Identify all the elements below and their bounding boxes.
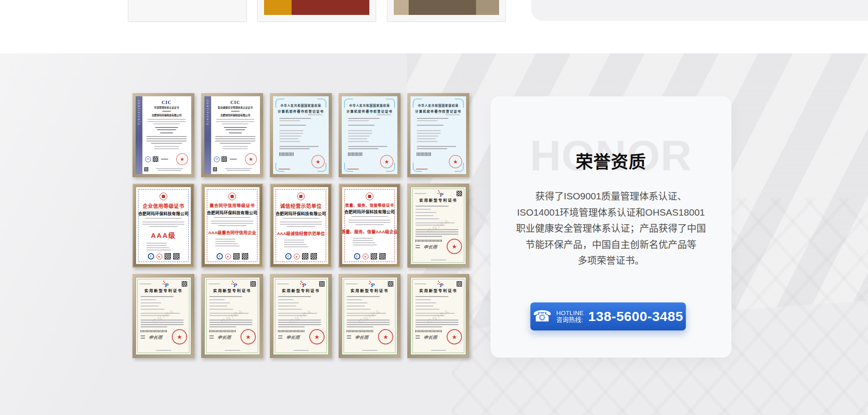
certificate-patent[interactable]: P 实用新型专利证书 CNIPA 申长雨 ★ xyxy=(270,274,332,358)
certificate-patent[interactable]: P 实用新型专利证书 CNIPA 申长雨 ★ xyxy=(407,184,469,268)
certificate-body-lines xyxy=(417,118,460,156)
qr-code xyxy=(457,281,462,287)
description-line: 获得了ISO9001质量管理体系认证、 xyxy=(498,188,724,204)
award-grade: 质量、服务、信誉AAA级企业 xyxy=(342,228,397,235)
company-name: 合肥珂玛环保科技有限公司 xyxy=(213,113,258,117)
certificate-honor[interactable]: 诚信经营示范单位 合肥珂玛环保科技有限公司 AAA级诚信经营示范单位 C ★ xyxy=(270,184,332,268)
cnipa-logo: P xyxy=(369,281,377,287)
certificate-title: 实用新型专利证书 xyxy=(411,197,466,203)
description-line: 职业健康安全管理体系认证；产品获得了中国 xyxy=(498,220,724,236)
honor-panel: HONOR 荣誉资质 获得了ISO9001质量管理体系认证、 ISO14001环… xyxy=(491,96,731,358)
truck-worksite-photo xyxy=(264,0,369,15)
qr-code xyxy=(233,253,240,259)
certificate-logos: CIC ★ xyxy=(144,153,189,166)
qr-code xyxy=(222,156,227,162)
project-photo-card[interactable] xyxy=(387,0,506,22)
red-seal: ★ xyxy=(378,329,393,344)
certificate-title: 实用新型专利证书 xyxy=(136,288,191,293)
cnipa-logo: P xyxy=(300,281,308,287)
certificate-honor[interactable]: 企业信用等级证书 合肥珂玛环保科技有限公司 AAA级 C ★ xyxy=(132,184,194,268)
certificate-title: 实用新型专利证书 xyxy=(342,288,397,293)
cic-logo: CIC xyxy=(213,100,258,105)
qr-code xyxy=(319,281,325,287)
certificate-logos: C ★ xyxy=(354,253,386,260)
red-seal: ★ xyxy=(447,329,462,344)
credit-emblem xyxy=(228,193,236,200)
red-seal: ★ xyxy=(172,329,187,344)
section-title: 荣誉资质 xyxy=(491,151,731,172)
company-name: 合肥珂玛环保科技有限公司 xyxy=(344,209,395,215)
description-line: ISO14001环境管理体系认证和OHSAS18001 xyxy=(498,204,724,221)
credit-emblem xyxy=(160,193,167,200)
honor-section: CERTIFICATE CIC 环境管理体系认证证书 合肥珂玛环保科技有限公司 … xyxy=(0,53,868,415)
certificate-title: 重合同守信用等级证书 xyxy=(209,202,255,208)
certificate-honor[interactable]: 质量、服务、信誉等级证书 合肥珂玛环保科技有限公司 质量、服务、信誉AAA级企业… xyxy=(339,184,401,268)
page: CERTIFICATE CIC 环境管理体系认证证书 合肥珂玛环保科技有限公司 … xyxy=(0,0,868,415)
qr-code xyxy=(388,281,393,287)
award-grade: AAA级 xyxy=(151,230,176,240)
qr-code xyxy=(250,281,256,287)
certificate-honor[interactable]: 重合同守信用等级证书 合肥珂玛环保科技有限公司 AAA级重合同守信用企业 C ★ xyxy=(201,184,263,268)
qr-code xyxy=(379,253,386,259)
qr-code xyxy=(311,253,317,259)
excavation-site-photo xyxy=(135,0,240,15)
hotline-button[interactable]: ☎ HOTLINE 咨询热线: 138-5600-3485 xyxy=(530,302,686,330)
qr-code xyxy=(302,253,308,259)
certificate-title: 计算机软件著作权登记证书 xyxy=(410,109,466,113)
director-signature: 申长雨 xyxy=(423,334,438,340)
certificate-title: 实用新型专利证书 xyxy=(205,288,259,293)
red-seal: ★ xyxy=(449,155,462,168)
cnipa-logo: P xyxy=(438,190,446,196)
company-name: 合肥珂玛环保科技有限公司 xyxy=(276,211,326,217)
certificate-grid: CERTIFICATE CIC 环境管理体系认证证书 合肥珂玛环保科技有限公司 … xyxy=(132,93,469,358)
qr-code xyxy=(457,191,462,196)
red-seal: ★ xyxy=(311,155,325,168)
certificate-copyright[interactable]: 中华人民共和国国家版权局 计算机软件著作权登记证书 ★ xyxy=(270,93,332,177)
cnipa-logo: P xyxy=(438,281,446,287)
award-grade: AAA级诚信经营示范单位 xyxy=(277,230,325,236)
certificate-copyright[interactable]: 中华人民共和国国家版权局 计算机软件著作权登记证书 ★ xyxy=(407,93,469,177)
director-signature: 申长雨 xyxy=(354,334,369,340)
cic-certificate-band: CERTIFICATE xyxy=(136,96,142,174)
qr-code xyxy=(182,281,187,287)
certificate-title: 诚信经营示范单位 xyxy=(280,202,322,209)
director-signature: 申长雨 xyxy=(148,334,163,340)
section-description: 获得了ISO9001质量管理体系认证、 ISO14001环境管理体系认证和OHS… xyxy=(498,188,724,269)
certificate-title: 计算机软件著作权登记证书 xyxy=(342,109,397,113)
certificate-cic[interactable]: CERTIFICATE CIC 职业健康安全管理体系认证证书 合肥珂玛环保科技有… xyxy=(201,93,263,177)
concrete-pit-photo xyxy=(394,0,499,15)
barcode xyxy=(348,152,363,156)
top-right-panel xyxy=(531,0,868,21)
description-line: 节能环保产品，中国自主创新名优产品等 xyxy=(498,236,724,253)
certificate-title: 质量、服务、信誉等级证书 xyxy=(345,202,394,208)
phone-icon: ☎ xyxy=(533,308,552,324)
certificate-patent[interactable]: P 实用新型专利证书 CNIPA 申长雨 ★ xyxy=(132,274,194,358)
certificate-cic[interactable]: CERTIFICATE CIC 环境管理体系认证证书 合肥珂玛环保科技有限公司 … xyxy=(132,93,194,177)
certificate-title: 计算机软件著作权登记证书 xyxy=(273,109,329,113)
red-seal: ★ xyxy=(245,153,257,165)
barcode xyxy=(417,152,431,156)
hotline-number: 138-5600-3485 xyxy=(588,309,683,324)
barcode xyxy=(279,152,294,156)
certificate-title: 职业健康安全管理体系认证证书 xyxy=(213,106,258,109)
certificate-logos: C ★ xyxy=(285,253,317,260)
certificate-patent[interactable]: P 实用新型专利证书 CNIPA 申长雨 ★ xyxy=(407,274,469,358)
certificate-patent[interactable]: P 实用新型专利证书 CNIPA 申长雨 ★ xyxy=(201,274,263,358)
certificate-title: 企业信用等级证书 xyxy=(143,202,184,209)
red-seal: ★ xyxy=(380,155,393,168)
red-seal: ★ xyxy=(241,329,256,344)
red-seal: ★ xyxy=(447,239,462,254)
qr-code xyxy=(153,156,158,162)
project-photo-card[interactable] xyxy=(128,0,247,22)
red-seal: ★ xyxy=(176,153,188,165)
qr-code xyxy=(173,253,179,259)
previous-section-strip xyxy=(0,0,868,53)
certificate-title: 环境管理体系认证证书 xyxy=(144,106,189,109)
director-signature: 申长雨 xyxy=(423,243,438,250)
certificate-title: 实用新型专利证书 xyxy=(274,288,328,293)
certificate-patent[interactable]: P 实用新型专利证书 CNIPA 申长雨 ★ xyxy=(339,274,401,358)
project-photo-card[interactable] xyxy=(257,0,376,22)
certificate-body-lines xyxy=(279,118,322,156)
qr-code xyxy=(213,167,217,171)
certificate-copyright[interactable]: 中华人民共和国国家版权局 计算机软件著作权登记证书 ★ xyxy=(339,93,401,177)
